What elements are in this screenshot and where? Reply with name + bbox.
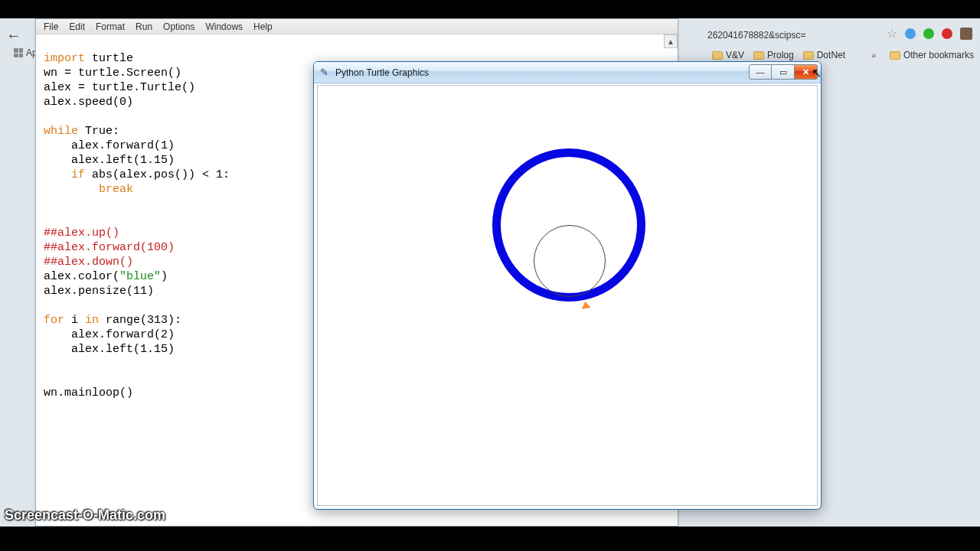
window-titlebar[interactable]: ✎ Python Turtle Graphics — ▭ ✕ [314, 62, 821, 83]
minimize-button[interactable]: — [749, 64, 772, 80]
turtle-canvas [318, 86, 817, 505]
turtle-graphics-window: ✎ Python Turtle Graphics — ▭ ✕ [313, 61, 822, 510]
menu-edit[interactable]: Edit [69, 21, 85, 32]
menu-file[interactable]: File [44, 21, 58, 32]
bookmark-star-icon[interactable]: ☆ [887, 26, 897, 41]
browser-back-button[interactable]: ← [3, 24, 24, 46]
scrollbar-up-button[interactable]: ▲ [664, 34, 678, 48]
bookmarks-overflow-icon[interactable]: » [871, 51, 876, 60]
menu-run[interactable]: Run [136, 21, 152, 32]
small-circle-drawing [534, 225, 606, 297]
other-bookmarks[interactable]: Other bookmarks [890, 50, 974, 60]
bookmark-folder[interactable]: DotNet [803, 50, 845, 60]
turtle-canvas-frame [317, 85, 818, 506]
apps-grid-icon [14, 48, 23, 57]
folder-icon [890, 51, 900, 60]
folder-icon [753, 51, 764, 60]
menu-help[interactable]: Help [253, 21, 273, 32]
extension-icon[interactable] [942, 28, 952, 39]
bookmark-folder[interactable]: V&V [712, 50, 744, 60]
extension-icon[interactable] [923, 28, 934, 39]
folder-icon [712, 51, 723, 60]
menu-bar: File Edit Format Run Options Windows Hel… [36, 19, 678, 34]
window-title: Python Turtle Graphics [335, 67, 429, 78]
turtle-cursor-icon [580, 301, 590, 309]
address-bar-fragment[interactable]: 262041678882&scipsc= [707, 28, 861, 43]
feather-icon: ✎ [318, 67, 329, 78]
close-button[interactable]: ✕ [795, 64, 818, 80]
extension-icon[interactable] [960, 28, 972, 40]
menu-windows[interactable]: Windows [205, 21, 243, 32]
folder-icon [803, 51, 814, 60]
extension-icon[interactable] [905, 28, 916, 39]
watermark: Screencast-O-Matic.com [5, 507, 165, 523]
bookmark-folder[interactable]: Prolog [753, 50, 794, 60]
menu-format[interactable]: Format [96, 21, 125, 32]
menu-options[interactable]: Options [163, 21, 194, 32]
maximize-button[interactable]: ▭ [772, 64, 795, 80]
